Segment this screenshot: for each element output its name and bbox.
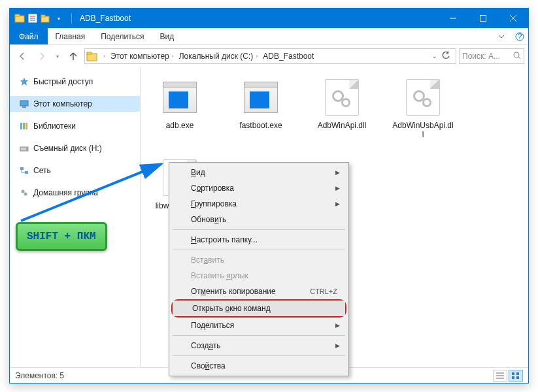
sidebar-item-label: Сеть bbox=[33, 166, 51, 175]
star-icon bbox=[19, 76, 29, 87]
qat-dropdown-icon[interactable]: ▾ bbox=[53, 12, 65, 24]
up-button[interactable] bbox=[65, 48, 82, 65]
breadcrumb-drive-c[interactable]: Локальный диск (C:)› bbox=[179, 52, 261, 61]
icons-view-button[interactable] bbox=[509, 370, 523, 382]
sidebar-item-quick-access[interactable]: Быстрый доступ bbox=[10, 74, 140, 90]
sidebar-item-label: Этот компьютер bbox=[33, 99, 92, 108]
recent-dropdown-icon[interactable]: ▾ bbox=[53, 48, 62, 65]
svg-text:?: ? bbox=[518, 32, 522, 41]
pc-icon bbox=[19, 99, 29, 109]
refresh-icon[interactable] bbox=[439, 51, 453, 62]
close-button[interactable] bbox=[498, 8, 528, 28]
nav-pane: Быстрый доступ Этот компьютер Библиотеки… bbox=[10, 67, 141, 367]
svg-rect-36 bbox=[512, 376, 514, 379]
svg-rect-37 bbox=[516, 376, 519, 379]
file-item[interactable]: fastboot.exe bbox=[229, 78, 292, 140]
folder-icon bbox=[86, 50, 98, 62]
sidebar-item-label: Библиотеки bbox=[33, 122, 76, 131]
address-dropdown-icon[interactable]: ⌄ bbox=[432, 53, 437, 59]
file-tab[interactable]: Файл bbox=[10, 28, 48, 44]
breadcrumb-this-pc[interactable]: Этот компьютер› bbox=[110, 52, 177, 61]
dll-icon bbox=[406, 79, 440, 116]
ctx-group[interactable]: Группировка▶ bbox=[171, 196, 346, 212]
libraries-icon bbox=[19, 121, 29, 131]
sidebar-item-network[interactable]: Сеть bbox=[10, 163, 140, 178]
svg-rect-34 bbox=[512, 372, 514, 375]
tab-home[interactable]: Главная bbox=[48, 28, 93, 44]
file-item[interactable]: adb.exe bbox=[148, 78, 211, 140]
svg-rect-10 bbox=[480, 16, 486, 22]
exe-icon bbox=[244, 82, 278, 113]
file-item[interactable]: AdbWinUsbApi.dll bbox=[392, 78, 454, 140]
svg-rect-1 bbox=[15, 14, 20, 16]
svg-rect-35 bbox=[516, 372, 519, 375]
file-label: fastboot.exe bbox=[239, 121, 282, 130]
search-icon bbox=[513, 52, 521, 61]
svg-rect-20 bbox=[20, 101, 28, 106]
svg-rect-23 bbox=[23, 123, 25, 129]
folder-icon bbox=[14, 12, 25, 24]
new-folder-icon[interactable] bbox=[40, 12, 52, 24]
sidebar-item-homegroup[interactable]: Домашняя группа bbox=[10, 185, 140, 201]
sidebar-item-label: Быстрый доступ bbox=[33, 77, 93, 86]
ctx-sort[interactable]: Сортировка▶ bbox=[171, 180, 346, 196]
svg-point-26 bbox=[26, 148, 27, 150]
sidebar-item-removable-disk[interactable]: Съемный диск (H:) bbox=[10, 140, 140, 156]
svg-rect-27 bbox=[20, 167, 24, 170]
ctx-properties[interactable]: Свойства bbox=[171, 358, 346, 374]
exe-icon bbox=[163, 82, 197, 113]
dll-icon bbox=[325, 79, 359, 116]
nav-row: ▾ › Этот компьютер› Локальный диск (C:)›… bbox=[10, 45, 528, 67]
search-box[interactable]: Поиск: A... bbox=[459, 48, 524, 64]
ribbon-tabs: Файл Главная Поделиться Вид ? bbox=[10, 28, 528, 45]
address-bar[interactable]: › Этот компьютер› Локальный диск (C:)› A… bbox=[84, 48, 456, 64]
properties-icon[interactable] bbox=[27, 12, 39, 24]
ctx-share[interactable]: Поделиться▶ bbox=[171, 318, 346, 333]
annotation-hint: SHIFT + ПКМ bbox=[16, 222, 107, 251]
ctx-new[interactable]: Создать▶ bbox=[171, 338, 346, 353]
ctx-paste: Вставить bbox=[171, 252, 346, 268]
file-label: AdbWinUsbApi.dll bbox=[392, 121, 454, 140]
sidebar-item-this-pc[interactable]: Этот компьютер bbox=[10, 96, 140, 112]
context-menu: Вид▶ Сортировка▶ Группировка▶ Обновить Н… bbox=[169, 162, 349, 376]
svg-rect-24 bbox=[25, 123, 27, 129]
title-bar: ▾ ADB_Fastboot bbox=[10, 8, 528, 28]
svg-point-17 bbox=[514, 52, 519, 57]
ctx-undo[interactable]: Отменить копированиеCTRL+Z bbox=[171, 284, 346, 299]
homegroup-icon bbox=[19, 188, 29, 198]
breadcrumb-folder[interactable]: ADB_Fastboot bbox=[263, 52, 314, 61]
item-count-label: Элементов: bbox=[15, 371, 58, 380]
svg-rect-21 bbox=[22, 106, 26, 108]
svg-line-18 bbox=[518, 57, 520, 59]
forward-button[interactable] bbox=[33, 48, 50, 65]
sidebar-item-libraries[interactable]: Библиотеки bbox=[10, 118, 140, 134]
crumb-chevron[interactable]: › bbox=[101, 53, 108, 59]
file-label: AdbWinApi.dll bbox=[318, 121, 367, 130]
sidebar-item-label: Съемный диск (H:) bbox=[33, 144, 102, 153]
file-item[interactable]: AdbWinApi.dll bbox=[311, 78, 373, 140]
back-button[interactable] bbox=[14, 48, 31, 65]
help-icon[interactable]: ? bbox=[511, 28, 528, 44]
svg-rect-15 bbox=[87, 54, 97, 61]
svg-point-29 bbox=[22, 190, 25, 193]
maximize-button[interactable] bbox=[468, 8, 498, 28]
search-label: Поиск: A... bbox=[462, 52, 500, 61]
ctx-view[interactable]: Вид▶ bbox=[171, 165, 346, 180]
minimize-button[interactable] bbox=[438, 8, 468, 28]
network-icon bbox=[19, 165, 29, 176]
tab-view[interactable]: Вид bbox=[152, 28, 182, 44]
file-label: adb.exe bbox=[166, 121, 194, 130]
svg-point-30 bbox=[24, 193, 27, 196]
ctx-open-command-window[interactable]: Открыть окно команд bbox=[173, 301, 345, 316]
tab-share[interactable]: Поделиться bbox=[93, 28, 152, 44]
ctx-customize-folder[interactable]: Настроить папку... bbox=[171, 232, 346, 248]
ribbon-expand-icon[interactable] bbox=[492, 28, 511, 44]
details-view-button[interactable] bbox=[493, 370, 507, 382]
svg-rect-22 bbox=[20, 123, 22, 129]
ctx-refresh[interactable]: Обновить bbox=[171, 212, 346, 227]
sidebar-item-label: Домашняя группа bbox=[33, 188, 98, 197]
svg-rect-28 bbox=[25, 171, 28, 174]
svg-rect-8 bbox=[41, 15, 45, 17]
svg-rect-16 bbox=[87, 52, 92, 54]
drive-icon bbox=[19, 143, 29, 154]
